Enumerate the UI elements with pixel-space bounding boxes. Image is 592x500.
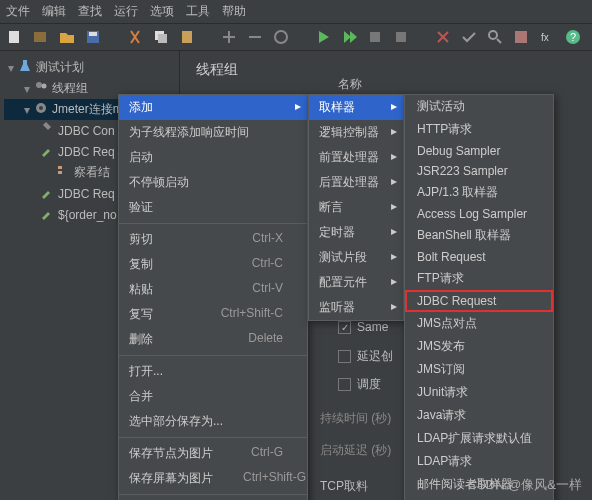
svg-point-21 <box>39 106 43 110</box>
sampler-item[interactable]: AJP/1.3 取样器 <box>405 181 553 204</box>
svg-rect-12 <box>396 32 406 42</box>
submenu-item[interactable]: 后置处理器 <box>309 170 403 195</box>
search-icon[interactable] <box>486 28 504 46</box>
sampler-submenu: 测试活动HTTP请求Debug SamplerJSR223 SamplerAJP… <box>404 94 554 500</box>
shutdown-icon[interactable] <box>392 28 410 46</box>
sampler-item[interactable]: JMS发布 <box>405 335 553 358</box>
copy-icon[interactable] <box>152 28 170 46</box>
context-menu-item[interactable]: 合并 <box>119 384 307 409</box>
reset-search-icon[interactable] <box>512 28 530 46</box>
paste-icon[interactable] <box>178 28 196 46</box>
context-menu-item[interactable]: 删除Delete <box>119 327 307 352</box>
submenu-item[interactable]: 配置元件 <box>309 270 403 295</box>
sampler-item[interactable]: LDAP请求 <box>405 450 553 473</box>
clear-all-icon[interactable] <box>460 28 478 46</box>
cut-icon[interactable] <box>126 28 144 46</box>
panel-title: 线程组 <box>196 61 576 79</box>
collapse-icon[interactable] <box>246 28 264 46</box>
wrench-icon <box>40 122 54 139</box>
context-menu-item[interactable]: 验证 <box>119 195 307 220</box>
menu-item[interactable]: 查找 <box>78 3 102 20</box>
same-checkbox[interactable]: ✓ <box>338 321 351 334</box>
context-menu-item[interactable]: 粘贴Ctrl-V <box>119 277 307 302</box>
context-menu-item[interactable]: 复制Ctrl-C <box>119 252 307 277</box>
sampler-item[interactable]: JSR223 Sampler <box>405 161 553 181</box>
sampler-item[interactable]: LDAP扩展请求默认值 <box>405 427 553 450</box>
context-menu-item[interactable]: 打开... <box>119 359 307 384</box>
sampler-item[interactable]: 测试活动 <box>405 95 553 118</box>
clear-icon[interactable] <box>434 28 452 46</box>
submenu-item[interactable]: 测试片段 <box>309 245 403 270</box>
toggle-icon[interactable] <box>272 28 290 46</box>
sampler-item[interactable]: HTTP请求 <box>405 118 553 141</box>
context-menu-item[interactable]: 保存节点为图片Ctrl-G <box>119 441 307 466</box>
context-menu-item[interactable]: 剪切Ctrl-X <box>119 227 307 252</box>
save-icon[interactable] <box>84 28 102 46</box>
new-icon[interactable] <box>6 28 24 46</box>
fn-icon[interactable]: fx <box>538 28 556 46</box>
expand-icon[interactable] <box>220 28 238 46</box>
svg-rect-8 <box>228 31 230 43</box>
run-no-pause-icon[interactable] <box>340 28 358 46</box>
sampler-item[interactable]: FTP请求 <box>405 267 553 290</box>
context-menu-item[interactable]: 添加 <box>119 95 307 120</box>
sampler-item[interactable]: Debug Sampler <box>405 141 553 161</box>
sampler-item[interactable]: OS进程取样器 <box>405 496 553 500</box>
open-icon[interactable] <box>58 28 76 46</box>
flask-icon <box>18 59 32 76</box>
submenu-item[interactable]: 断言 <box>309 195 403 220</box>
tree-icon <box>56 164 70 181</box>
tree-item[interactable]: ▾测试计划 <box>4 57 175 78</box>
sampler-item[interactable]: Java请求 <box>405 404 553 427</box>
context-menu-item[interactable]: 保存屏幕为图片Ctrl+Shift-G <box>119 466 307 491</box>
sampler-item[interactable]: BeanShell 取样器 <box>405 224 553 247</box>
add-submenu: 取样器逻辑控制器前置处理器后置处理器断言定时器测试片段配置元件监听器 <box>308 94 404 321</box>
svg-rect-6 <box>182 31 192 43</box>
submenu-item[interactable]: 监听器 <box>309 295 403 320</box>
sched-checkbox[interactable] <box>338 378 351 391</box>
context-menu-item[interactable]: 不停顿启动 <box>119 170 307 195</box>
svg-rect-14 <box>515 31 527 43</box>
menu-item[interactable]: 文件 <box>6 3 30 20</box>
dropper-icon <box>40 143 54 160</box>
svg-rect-1 <box>34 32 46 42</box>
submenu-item[interactable]: 定时器 <box>309 220 403 245</box>
context-menu-item[interactable]: 复写Ctrl+Shift-C <box>119 302 307 327</box>
svg-rect-9 <box>249 36 261 38</box>
stop-icon[interactable] <box>366 28 384 46</box>
svg-text:?: ? <box>570 31 576 43</box>
svg-rect-0 <box>9 31 19 43</box>
svg-rect-22 <box>58 166 62 169</box>
svg-rect-5 <box>158 34 167 43</box>
sampler-item[interactable]: Access Log Sampler <box>405 204 553 224</box>
menu-item[interactable]: 运行 <box>114 3 138 20</box>
templates-icon[interactable] <box>32 28 50 46</box>
dropper-icon <box>40 185 54 202</box>
submenu-item[interactable]: 逻辑控制器 <box>309 120 403 145</box>
sampler-item[interactable]: JMS订阅 <box>405 358 553 381</box>
tcp-label: TCP取料 <box>320 478 368 495</box>
sampler-item[interactable]: JDBC Request <box>405 290 553 312</box>
submenu-item[interactable]: 前置处理器 <box>309 145 403 170</box>
sampler-item[interactable]: Bolt Request <box>405 247 553 267</box>
menubar: 文件编辑查找运行选项工具帮助 <box>0 0 592 24</box>
svg-rect-3 <box>89 32 97 36</box>
svg-point-18 <box>36 82 42 88</box>
sampler-item[interactable]: JUnit请求 <box>405 381 553 404</box>
menu-item[interactable]: 工具 <box>186 3 210 20</box>
submenu-item[interactable]: 取样器 <box>309 95 403 120</box>
delay-checkbox[interactable] <box>338 350 351 363</box>
run-icon[interactable] <box>314 28 332 46</box>
svg-point-13 <box>489 31 497 39</box>
context-menu-item[interactable]: 启动 <box>119 145 307 170</box>
menu-item[interactable]: 帮助 <box>222 3 246 20</box>
sampler-item[interactable]: JMS点对点 <box>405 312 553 335</box>
menu-item[interactable]: 选项 <box>150 3 174 20</box>
svg-rect-23 <box>58 171 62 174</box>
startup-label: 启动延迟 (秒) <box>320 442 391 459</box>
context-menu-item[interactable]: 为子线程添加响应时间 <box>119 120 307 145</box>
menu-item[interactable]: 编辑 <box>42 3 66 20</box>
sched-label: 调度 <box>357 376 381 393</box>
help-icon[interactable]: ? <box>564 28 582 46</box>
context-menu-item[interactable]: 选中部分保存为... <box>119 409 307 434</box>
